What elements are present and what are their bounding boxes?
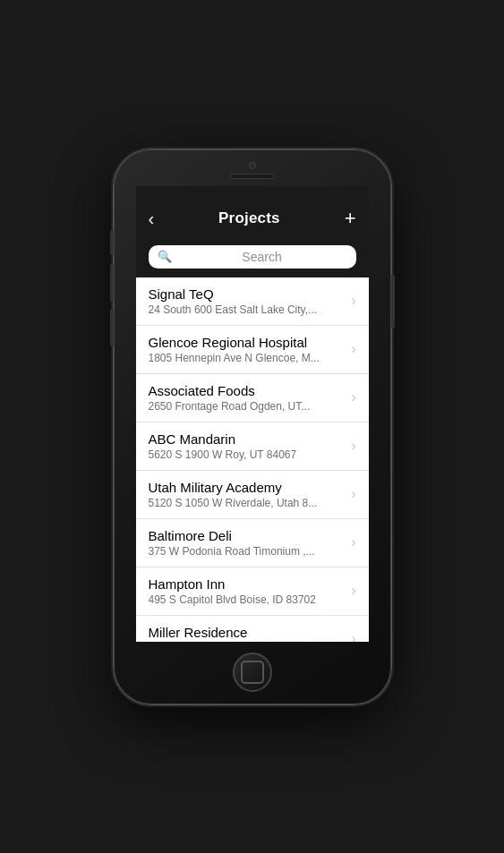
search-bar[interactable]: 🔍 Search xyxy=(149,245,356,269)
project-list: Signal TeQ24 South 600 East Salt Lake Ci… xyxy=(136,277,369,642)
chevron-right-icon: › xyxy=(351,389,355,405)
screen: ‹ Projects + 🔍 Search Signal TeQ24 South… xyxy=(136,186,369,642)
project-address: 495 S Capitol Blvd Boise, ID 83702 xyxy=(149,593,337,606)
list-item[interactable]: Glencoe Regional Hospital1805 Hennepin A… xyxy=(136,326,369,374)
project-name: Miller Residence xyxy=(149,625,346,640)
project-name: Utah Military Academy xyxy=(149,480,346,495)
back-button[interactable]: ‹ xyxy=(149,209,155,227)
list-item[interactable]: Associated Foods2650 Frontage Road Ogden… xyxy=(136,374,369,422)
nav-bar: ‹ Projects + xyxy=(136,199,369,238)
search-icon: 🔍 xyxy=(158,250,172,263)
project-address: 375 W Podonia Road Timonium ,... xyxy=(149,545,337,558)
add-project-button[interactable]: + xyxy=(345,209,356,228)
chevron-right-icon: › xyxy=(351,341,355,357)
chevron-right-icon: › xyxy=(351,534,355,550)
mute-button xyxy=(110,230,114,255)
project-address: 24 South 600 East Salt Lake City,... xyxy=(149,303,337,316)
list-item-content: Glencoe Regional Hospital1805 Hennepin A… xyxy=(149,335,346,364)
project-name: Associated Foods xyxy=(149,383,346,398)
phone-top-bar xyxy=(114,149,391,186)
list-item-content: Signal TeQ24 South 600 East Salt Lake Ci… xyxy=(149,286,346,316)
home-button[interactable] xyxy=(233,653,272,692)
list-item[interactable]: Signal TeQ24 South 600 East Salt Lake Ci… xyxy=(136,277,369,326)
list-item-content: ABC Mandarin5620 S 1900 W Roy, UT 84067 xyxy=(149,431,346,461)
home-button-inner xyxy=(241,661,264,684)
list-item[interactable]: ABC Mandarin5620 S 1900 W Roy, UT 84067› xyxy=(136,422,369,471)
project-name: ABC Mandarin xyxy=(149,431,346,447)
chevron-right-icon: › xyxy=(351,631,355,642)
list-item-content: Baltimore Deli375 W Podonia Road Timoniu… xyxy=(149,528,346,558)
list-item-content: Associated Foods2650 Frontage Road Ogden… xyxy=(149,383,346,413)
chevron-right-icon: › xyxy=(351,438,355,454)
project-address: 5620 S 1900 W Roy, UT 84067 xyxy=(149,448,337,461)
project-name: Baltimore Deli xyxy=(149,528,346,543)
home-button-area xyxy=(114,645,391,704)
status-bar xyxy=(136,186,369,199)
project-name: Glencoe Regional Hospital xyxy=(149,335,346,350)
project-name: Signal TeQ xyxy=(149,286,346,302)
list-item[interactable]: Miller Residence2408 North 2600 West Ogd… xyxy=(136,616,369,642)
camera xyxy=(249,162,256,169)
volume-up-button xyxy=(110,264,114,302)
search-placeholder-text: Search xyxy=(177,250,347,264)
list-item[interactable]: Baltimore Deli375 W Podonia Road Timoniu… xyxy=(136,519,369,567)
project-address: 2650 Frontage Road Ogden, UT... xyxy=(149,400,337,413)
project-address: 1805 Hennepin Ave N Glencoe, M... xyxy=(149,352,337,364)
chevron-right-icon: › xyxy=(351,583,355,599)
search-container: 🔍 Search xyxy=(136,238,369,277)
phone-device: ‹ Projects + 🔍 Search Signal TeQ24 South… xyxy=(114,149,391,704)
power-button xyxy=(391,275,395,328)
project-address: 5120 S 1050 W Riverdale, Utah 8... xyxy=(149,497,337,509)
chevron-right-icon: › xyxy=(351,293,355,309)
list-item[interactable]: Utah Military Academy5120 S 1050 W River… xyxy=(136,471,369,519)
volume-down-button xyxy=(110,309,114,346)
project-name: Hampton Inn xyxy=(149,576,346,592)
list-item[interactable]: Hampton Inn495 S Capitol Blvd Boise, ID … xyxy=(136,567,369,616)
list-item-content: Miller Residence2408 North 2600 West Ogd… xyxy=(149,625,346,642)
page-title: Projects xyxy=(218,209,280,227)
list-item-content: Utah Military Academy5120 S 1050 W River… xyxy=(149,480,346,509)
list-item-content: Hampton Inn495 S Capitol Blvd Boise, ID … xyxy=(149,576,346,606)
speaker xyxy=(230,174,275,179)
chevron-right-icon: › xyxy=(351,486,355,502)
